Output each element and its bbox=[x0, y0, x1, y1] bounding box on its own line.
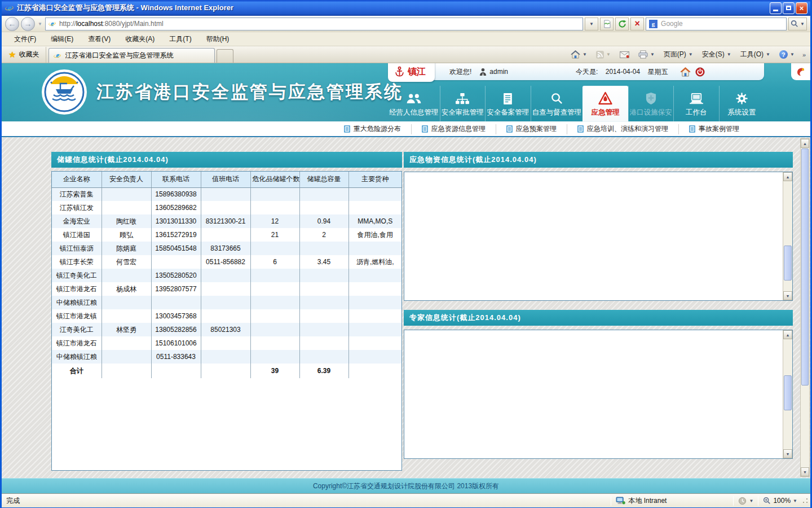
scroll-down-icon: ▼ bbox=[783, 449, 792, 458]
refresh-button[interactable] bbox=[615, 17, 629, 30]
subnav-accident-cases[interactable]: 事故案例管理 bbox=[678, 124, 749, 134]
search-placeholder: Google bbox=[661, 20, 683, 28]
theme-switch-button[interactable] bbox=[791, 63, 810, 80]
cell bbox=[102, 187, 151, 201]
browser-tab[interactable]: e 江苏省港口安全监管与应急管理系统 bbox=[48, 48, 215, 63]
print-button[interactable]: ▼ bbox=[635, 49, 658, 60]
materials-stats-panel: 应急物资信息统计(截止2014.04.04) ▲ ▼ bbox=[404, 152, 793, 301]
cell bbox=[250, 282, 299, 296]
subnav-major-hazard[interactable]: 重大危险源分布 bbox=[334, 124, 411, 134]
home-icon bbox=[571, 50, 580, 59]
zoom-control[interactable]: 100% ▼ bbox=[763, 497, 800, 505]
cell: 13605289682 bbox=[151, 201, 201, 214]
page-scrollbar[interactable]: ▲ ▼ bbox=[800, 138, 810, 477]
nav-self-inspection[interactable]: 自查与督查管理 bbox=[531, 86, 583, 121]
history-dropdown-icon[interactable]: ▼ bbox=[38, 21, 42, 27]
favorites-label: 收藏夹 bbox=[19, 50, 39, 59]
menu-file[interactable]: 文件(F) bbox=[7, 33, 43, 46]
user-info: admin bbox=[479, 68, 508, 76]
cell bbox=[348, 269, 401, 282]
nav-system-settings[interactable]: 系统设置 bbox=[719, 86, 765, 121]
subnav-training-drills[interactable]: 应急培训、演练和演习管理 bbox=[567, 124, 678, 134]
compatibility-icon bbox=[603, 20, 611, 28]
column-header: 主要货种 bbox=[348, 172, 401, 187]
cell bbox=[201, 364, 250, 378]
cell bbox=[250, 269, 299, 282]
home-button[interactable]: ▼ bbox=[567, 49, 590, 60]
search-button[interactable]: ▼ bbox=[788, 17, 807, 30]
cell: 13615272919 bbox=[151, 228, 201, 242]
menu-view[interactable]: 查看(V) bbox=[81, 33, 117, 46]
safety-menu-button[interactable]: 安全(S)▼ bbox=[699, 49, 735, 60]
menu-favorites[interactable]: 收藏夹(A) bbox=[118, 33, 161, 46]
cell: 林坚勇 bbox=[102, 323, 151, 336]
protected-mode-button[interactable]: ▼ bbox=[738, 497, 753, 505]
cell bbox=[102, 364, 151, 378]
cell bbox=[102, 296, 151, 309]
address-bar: ← → ▼ e http://localhost:8080/yjpt/Main.… bbox=[2, 16, 810, 32]
cell bbox=[348, 309, 401, 323]
tank-row: 金海宏业陶红暾1301301133083121300-21120.94MMA,M… bbox=[52, 214, 401, 228]
menu-help[interactable]: 帮助(H) bbox=[200, 33, 236, 46]
subnav-emergency-plan[interactable]: 应急预案管理 bbox=[496, 124, 567, 134]
user-bar: 镇江 欢迎您! admin 今天是: 2014-04-04 星期五 bbox=[388, 63, 764, 80]
nav-workbench[interactable]: 工作台 bbox=[673, 86, 719, 121]
help-icon: ? bbox=[779, 50, 788, 59]
address-input[interactable]: e http://localhost:8080/yjpt/Main.html bbox=[45, 17, 583, 30]
forward-button[interactable]: → bbox=[21, 17, 35, 31]
nav-safety-approval[interactable]: 安全审批管理 bbox=[440, 86, 486, 121]
cell: 镇江市港龙镇 bbox=[52, 309, 102, 323]
cell: 镇江奇美化工 bbox=[52, 269, 102, 282]
doc-icon bbox=[422, 125, 428, 133]
scroll-up-icon: ▲ bbox=[783, 172, 792, 181]
read-mail-button[interactable] bbox=[616, 50, 633, 59]
nav-port-facility-security[interactable]: 港口设施保安 bbox=[628, 86, 674, 121]
help-button[interactable]: ?▼ bbox=[776, 49, 798, 60]
materials-scrollbar[interactable]: ▲ ▼ bbox=[783, 172, 792, 300]
new-tab-stub[interactable] bbox=[217, 49, 233, 63]
cell bbox=[201, 228, 250, 242]
maximize-button[interactable] bbox=[783, 2, 795, 14]
doc-icon bbox=[577, 125, 584, 133]
feeds-button[interactable]: ▼ bbox=[593, 50, 614, 60]
minimize-button[interactable] bbox=[770, 2, 782, 14]
home-shortcut-button[interactable] bbox=[680, 67, 691, 77]
cell bbox=[102, 336, 151, 350]
doc-icon bbox=[689, 125, 695, 133]
menu-tools[interactable]: 工具(T) bbox=[162, 33, 198, 46]
cell: 江奇美化工 bbox=[52, 323, 102, 336]
experts-scrollbar[interactable]: ▲ ▼ bbox=[783, 330, 792, 458]
cell bbox=[348, 336, 401, 350]
search-input[interactable]: g Google bbox=[646, 17, 787, 30]
favorites-button[interactable]: ★ 收藏夹 bbox=[4, 47, 46, 63]
cell bbox=[201, 201, 250, 214]
back-button[interactable]: ← bbox=[5, 17, 19, 31]
cell bbox=[102, 309, 151, 323]
cell bbox=[201, 350, 250, 364]
compatibility-view-button[interactable] bbox=[600, 17, 614, 30]
tools-menu-button[interactable]: 工具(O)▼ bbox=[737, 49, 774, 60]
address-dropdown-button[interactable]: ▼ bbox=[585, 17, 598, 30]
menu-edit[interactable]: 编辑(E) bbox=[44, 33, 80, 46]
nav-emergency-management[interactable]: 应急管理 bbox=[582, 86, 628, 121]
theme-swirl-icon bbox=[796, 67, 806, 77]
main-content: 储罐信息统计(截止2014.04.04) 企业名称安全负责人联系电话值班电话危化… bbox=[2, 137, 810, 478]
tank-row: 镇江奇美化工13505280520 bbox=[52, 269, 401, 282]
cell: 13013011330 bbox=[151, 214, 201, 228]
page-menu-button[interactable]: 页面(P)▼ bbox=[660, 49, 696, 60]
close-button[interactable]: × bbox=[796, 2, 807, 14]
cell: 83121300-21 bbox=[201, 214, 250, 228]
cell: 0.94 bbox=[299, 214, 348, 228]
logout-button[interactable] bbox=[695, 67, 705, 77]
stop-button[interactable]: × bbox=[630, 17, 644, 30]
cell bbox=[250, 187, 299, 201]
cell: 2 bbox=[299, 228, 348, 242]
cell: 金海宏业 bbox=[52, 214, 102, 228]
zoom-level: 100% bbox=[773, 497, 791, 505]
nav-safety-record[interactable]: 安全备案管理 bbox=[485, 86, 531, 121]
nav-operator-info[interactable]: 经营人信息管理 bbox=[388, 86, 440, 121]
cell: MMA,MO,S bbox=[348, 214, 401, 228]
laptop-icon bbox=[689, 90, 704, 105]
subnav-emergency-resources[interactable]: 应急资源信息管理 bbox=[411, 124, 496, 134]
overflow-chevron-icon[interactable]: » bbox=[800, 51, 808, 58]
